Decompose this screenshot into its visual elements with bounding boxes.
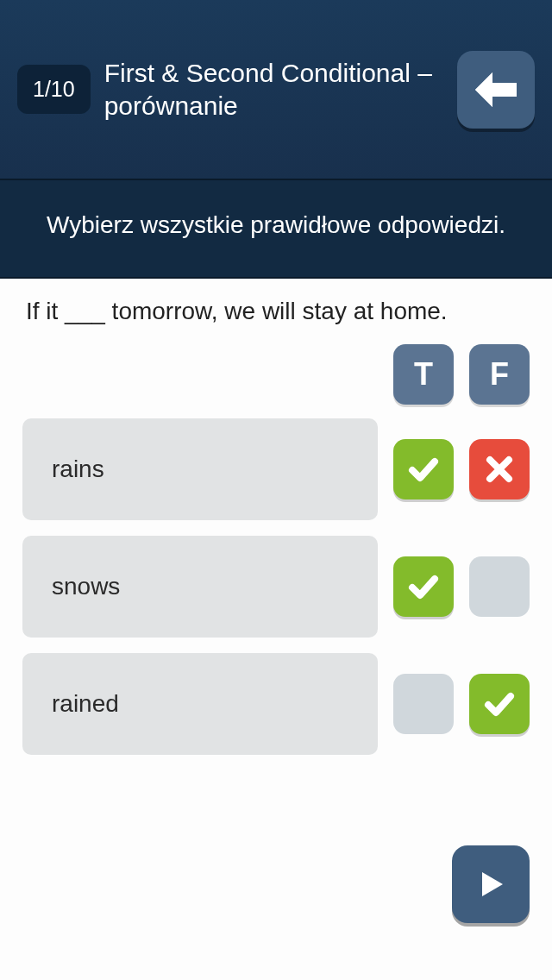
instruction-text: Wybierz wszystkie prawidłowe odpowiedzi. (0, 179, 552, 279)
option-label: snows (22, 536, 378, 638)
option-false-button[interactable] (469, 674, 530, 734)
progress-counter: 1/10 (17, 65, 91, 114)
tf-header: T F (0, 344, 552, 418)
option-false-button[interactable] (469, 439, 530, 499)
option-row: rains (22, 418, 530, 520)
question-text: If it ___ tomorrow, we will stay at home… (0, 279, 552, 344)
back-button[interactable] (457, 51, 535, 129)
lesson-title: First & Second Conditional – porównanie (104, 57, 443, 122)
true-header-label: T (393, 344, 454, 405)
check-icon (481, 686, 518, 722)
option-true-button[interactable] (393, 674, 454, 734)
option-label: rained (22, 653, 378, 755)
false-header-label: F (469, 344, 530, 405)
option-false-button[interactable] (469, 556, 530, 617)
header: 1/10 First & Second Conditional – porówn… (0, 0, 552, 179)
option-true-button[interactable] (393, 439, 454, 499)
option-row: snows (22, 536, 530, 638)
option-true-button[interactable] (393, 556, 454, 617)
next-button[interactable] (452, 845, 530, 923)
check-icon (405, 569, 442, 605)
cross-icon (483, 453, 516, 486)
option-label: rains (22, 418, 378, 520)
check-icon (405, 451, 442, 487)
arrow-left-icon (472, 71, 520, 109)
play-icon (472, 865, 510, 903)
option-row: rained (22, 653, 530, 755)
options-list: rains snows rained (0, 418, 552, 755)
